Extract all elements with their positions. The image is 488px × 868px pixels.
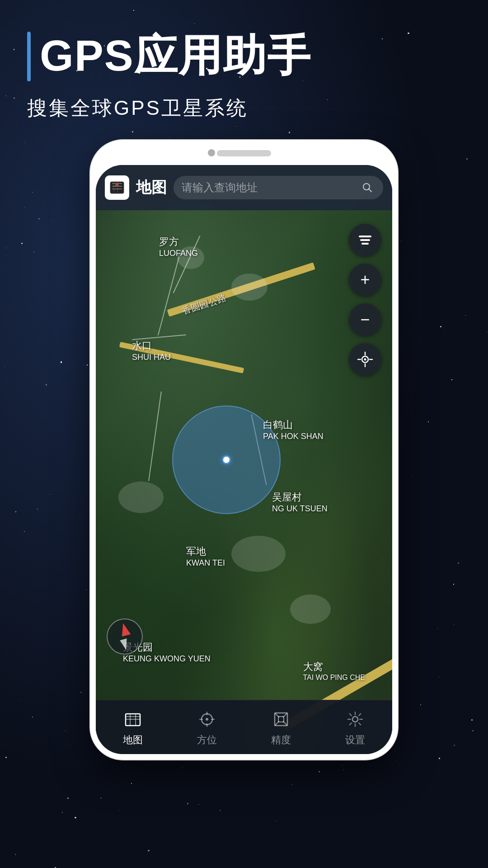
star (169, 137, 170, 137)
main-title: GPS应用助手 (40, 27, 311, 86)
location-button[interactable] (349, 343, 381, 376)
nav-item-accuracy[interactable]: 精度 (270, 708, 292, 747)
map-label-kwantei: 军地 KWAN TEI (186, 545, 225, 568)
nav-icon-accuracy (270, 708, 292, 731)
search-icon[interactable] (360, 180, 375, 195)
star (412, 476, 412, 477)
star (343, 769, 344, 770)
star (24, 142, 25, 143)
star (24, 531, 25, 532)
star (86, 590, 86, 590)
layers-button[interactable] (349, 224, 381, 256)
star (289, 132, 290, 133)
nav-item-settings[interactable]: 设置 (344, 708, 366, 747)
star (100, 797, 102, 799)
star (374, 132, 375, 132)
star (472, 730, 474, 731)
app-header-area: GPS应用助手 搜集全球GPS卫星系统 (27, 27, 461, 122)
nav-icon-settings (344, 708, 366, 731)
star (438, 677, 439, 678)
map-area[interactable]: 罗方 LUOFANG 香圆园公路 水口 SHUI HAU 白鹤山 PAK HOK… (96, 165, 392, 754)
app-title: 地图 (136, 177, 167, 198)
star (420, 704, 421, 705)
nav-label-accuracy: 精度 (271, 733, 291, 747)
star (187, 803, 188, 804)
terrain-patch-1 (231, 274, 267, 301)
phone-screen: 罗方 LUOFANG 香圆园公路 水口 SHUI HAU 白鹤山 PAK HOK… (96, 165, 392, 754)
star (5, 757, 7, 758)
terrain-patch-3 (118, 481, 164, 513)
star (15, 511, 16, 512)
star (319, 771, 320, 773)
star (46, 384, 47, 385)
layers-icon (359, 236, 371, 245)
star (466, 158, 467, 159)
phone-mockup: 罗方 LUOFANG 香圆园公路 水口 SHUI HAU 白鹤山 PAK HOK… (90, 140, 398, 760)
star (131, 783, 132, 784)
star (437, 628, 438, 629)
star (50, 494, 50, 495)
star (19, 855, 19, 855)
bottom-navigation: 地图 方位 (96, 700, 392, 754)
svg-point-4 (364, 359, 366, 361)
star (80, 692, 82, 693)
star (183, 768, 183, 768)
star (37, 509, 38, 509)
phone-speaker (217, 150, 271, 156)
star (148, 850, 149, 851)
star (454, 624, 454, 625)
star (14, 98, 14, 99)
compass-circle (107, 618, 143, 655)
star (451, 379, 452, 380)
star (428, 421, 429, 422)
star (220, 810, 221, 811)
terrain-patch-5 (290, 594, 331, 624)
nav-item-map[interactable]: 地图 (122, 708, 144, 747)
compass[interactable] (107, 618, 143, 655)
zoom-in-button[interactable]: + (349, 264, 381, 296)
map-label-taiwoping: 大窝 TAI WO PING CHE (303, 660, 365, 682)
star (19, 701, 20, 701)
star (32, 192, 33, 193)
star (75, 817, 76, 818)
star (487, 331, 488, 332)
map-label-luofang: 罗方 LUOFANG (159, 235, 198, 258)
star (5, 366, 5, 367)
layer-line-2 (360, 239, 370, 241)
zoom-out-button[interactable]: − (349, 303, 381, 336)
nav-label-settings: 设置 (345, 733, 365, 747)
star (14, 49, 15, 50)
phone-camera (208, 149, 215, 156)
star (471, 719, 473, 721)
star (15, 854, 16, 855)
star (458, 562, 459, 564)
star (428, 621, 428, 622)
search-bar[interactable]: 请输入查询地址 (174, 176, 383, 199)
title-row: GPS应用助手 (27, 27, 461, 86)
nav-icon-map (122, 708, 144, 731)
compass-north-arrow (119, 622, 131, 637)
star (55, 867, 56, 868)
star (194, 24, 195, 24)
star (133, 10, 134, 11)
search-placeholder-text: 请输入查询地址 (182, 180, 355, 195)
terrain-patch-4 (231, 536, 286, 572)
map-controls: + − (349, 224, 381, 376)
star (454, 745, 455, 746)
star (440, 326, 441, 327)
nav-item-location[interactable]: 方位 (196, 708, 218, 747)
star (24, 208, 24, 208)
map-app-header: 地图 请输入查询地址 (96, 165, 392, 210)
star (198, 804, 199, 805)
star (342, 765, 343, 765)
svg-line-2 (369, 189, 371, 192)
star (33, 251, 35, 253)
app-logo (105, 175, 129, 200)
star (401, 240, 402, 241)
location-dot (222, 455, 231, 464)
accent-bar (27, 32, 31, 81)
star (32, 717, 33, 717)
star (276, 821, 276, 821)
star (397, 761, 397, 761)
star (62, 812, 63, 813)
